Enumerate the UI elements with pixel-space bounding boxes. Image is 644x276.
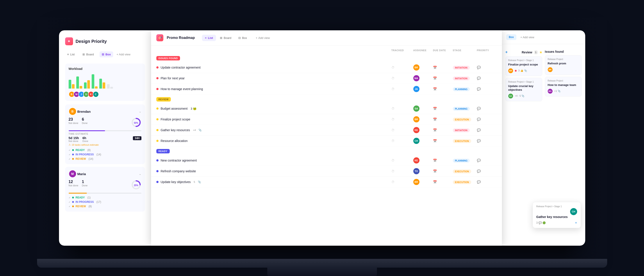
bar-yellow-4	[95, 86, 98, 89]
laptop-base	[37, 259, 607, 268]
stage-badge: EXECUTION	[453, 139, 471, 143]
maria-name: Maria	[78, 172, 86, 176]
add-card-icon[interactable]: +	[506, 50, 508, 55]
table-row[interactable]: Refresh company website ⏱ TO 📅 EXECUTION…	[151, 166, 502, 177]
left-add-view[interactable]: + Add view	[117, 53, 130, 56]
task-name: Finalize project scope	[156, 117, 392, 121]
right-tab-box[interactable]: Box	[506, 34, 516, 40]
priority-icon: 💬	[477, 169, 497, 173]
left-panel-title: Design Priority	[76, 39, 107, 44]
workload-title: Workload	[69, 67, 142, 71]
maria-avatar: M	[69, 170, 76, 178]
assignee-avatar: KE	[413, 127, 420, 133]
tracked-icon: ⏱	[392, 117, 413, 121]
table-row[interactable]: Update contractor agreement ⏱ BR 📅 INITI…	[151, 62, 502, 73]
card-footer: BR 3 👍 📎	[508, 68, 540, 73]
task-name: New contractor agreement	[156, 159, 392, 162]
brendan-expand[interactable]: ⌄	[139, 110, 142, 113]
tracked-icon: ⏱	[392, 107, 413, 110]
assignee-avatar: MA	[413, 75, 420, 81]
left-nav-list[interactable]: ≡ List	[65, 51, 77, 57]
popup-avatar: CH	[570, 208, 577, 215]
popup-footer: 3 💬 🟢 +	[536, 221, 577, 225]
maria-statuses: ✓ READY (1) ✓ IN PROGRESS (17) ✓	[69, 195, 142, 209]
card-title: How to manage team	[548, 83, 579, 87]
priority-icon: 💬	[477, 180, 497, 184]
assignee-avatar: BR	[413, 64, 420, 71]
table-row[interactable]: Update key objectives 5 📎 ⏱ BR 📅 EXECUTI…	[151, 177, 502, 187]
brendan-donut: 50%	[131, 117, 142, 128]
clip-icon-2: 📎	[198, 180, 201, 184]
left-nav-box[interactable]: ⊟ Box	[100, 51, 113, 57]
priority-icon: 💬	[477, 159, 497, 162]
avatar-6: C	[93, 91, 99, 97]
brendan-header: B Brendan ⌄	[69, 107, 142, 115]
maria-header: M Maria ⌄	[69, 170, 142, 178]
popup-plus-btn[interactable]: +	[575, 221, 577, 225]
right-tabs: Box	[506, 34, 516, 40]
card-avatar: BR	[548, 67, 552, 72]
stage-badge: EXECUTION	[453, 169, 471, 173]
task-name: Refresh company website	[156, 169, 392, 173]
task-name: Update key objectives 5 📎	[156, 180, 392, 184]
review-label: Review	[522, 51, 532, 54]
stage-badge: PLANNING	[453, 107, 470, 111]
tracked-icon: ⏱	[392, 66, 413, 69]
tracked-icon: ⏱	[392, 180, 413, 184]
bar-group-1	[69, 80, 74, 89]
bar-green-5	[99, 79, 102, 89]
maria-donut: 25%	[131, 180, 142, 191]
table-row[interactable]: Gather key resources +4 📎 ⏱ KE 📅 INITIAT…	[151, 125, 502, 135]
tracked-icon: ⏱	[392, 128, 413, 132]
card-stat-count: 3 👍 📎	[518, 69, 527, 72]
right-content[interactable]: + Review 1 ★ Release Project > Stage 1 F…	[502, 44, 585, 246]
card-how-to-manage[interactable]: Release Project How to manage team MA +1…	[545, 77, 582, 96]
issues-col-header: Issues found	[545, 48, 582, 55]
bar-yellow-3	[87, 80, 90, 89]
task-name: Update contractor agreement	[156, 66, 392, 69]
task-dot-red	[156, 77, 158, 79]
add-view-btn[interactable]: + Add view	[254, 35, 272, 41]
center-panel: 🎯 Promo Roadmap ≡ List ⊞ Board ⊟ Box	[151, 30, 502, 246]
right-panel: Box + Add view + Review 1 ★	[502, 30, 585, 246]
brendan-warning: ⚠ 19 tasks without estimate	[69, 143, 142, 146]
task-dot-red	[156, 88, 158, 90]
tab-list[interactable]: ≡ List	[202, 35, 216, 41]
card-finalize[interactable]: Release Project > Stage 1 Finalize proje…	[506, 56, 542, 76]
app-title: Promo Roadmap	[167, 36, 195, 40]
bar-gray-6	[107, 84, 110, 89]
bar-yellow-5	[102, 82, 105, 89]
bar-group-5	[99, 79, 105, 89]
table-row[interactable]: Budget assessment 3 🐸 ⏱ SA 📅 PLANNING 💬	[151, 103, 502, 114]
task-dot-blue	[156, 181, 158, 183]
bar-group-4	[92, 74, 98, 89]
workload-avatars: B M J S K C	[69, 91, 142, 97]
left-panel-header: ✦ Design Priority	[65, 37, 145, 45]
table-row[interactable]: How to manage event planning ⏱ JA 📅 PLAN…	[151, 84, 502, 94]
brendan-done: 6 Done	[82, 117, 88, 128]
table-row[interactable]: New contractor agreement ⏱ KE 📅 PLANNING…	[151, 155, 502, 166]
table-container[interactable]: TRACKED ASSIGNEE DUE DATE STAGE PRIORITY…	[151, 46, 502, 246]
bar-group-3	[84, 80, 90, 89]
maria-stats: 12 Not done 1 Done 25%	[69, 180, 142, 191]
stage-badge: INITIATION	[453, 66, 470, 70]
person-card-brendan: B Brendan ⌄ 23 Not done 6 Done	[65, 104, 145, 164]
card-update-crucial[interactable]: Release Project > Stage 1 Update crucial…	[506, 78, 542, 101]
review-col-header: + Review 1 ★	[506, 48, 542, 56]
task-dot-yellow	[156, 140, 158, 142]
card-refresh-prom[interactable]: Release Project Refresh prom BR	[545, 55, 582, 75]
brendan-progress	[69, 130, 142, 131]
table-row[interactable]: Resource allocation ⏱ CH 📅 EXECUTION 💬	[151, 135, 502, 146]
tab-board[interactable]: ⊞ Board	[217, 35, 234, 41]
right-add-view[interactable]: + Add view	[520, 36, 534, 39]
tab-box[interactable]: ⊟ Box	[235, 35, 250, 41]
table-row[interactable]: Finalize project scope ⏱ BR 📅 EXECUTION …	[151, 114, 502, 125]
maria-expand[interactable]: ⌄	[139, 172, 142, 176]
left-nav-board[interactable]: ⊞ Board	[80, 51, 96, 57]
brendan-avatar: B	[69, 107, 76, 115]
due-date-icon: 📅	[433, 66, 453, 69]
priority-icon: 💬	[477, 76, 497, 80]
priority-icon: 💬	[477, 128, 497, 132]
assignee-avatar: BR	[413, 179, 420, 185]
table-row[interactable]: Plan for next year ⏱ MA 📅 INITIATION 💬	[151, 73, 502, 84]
